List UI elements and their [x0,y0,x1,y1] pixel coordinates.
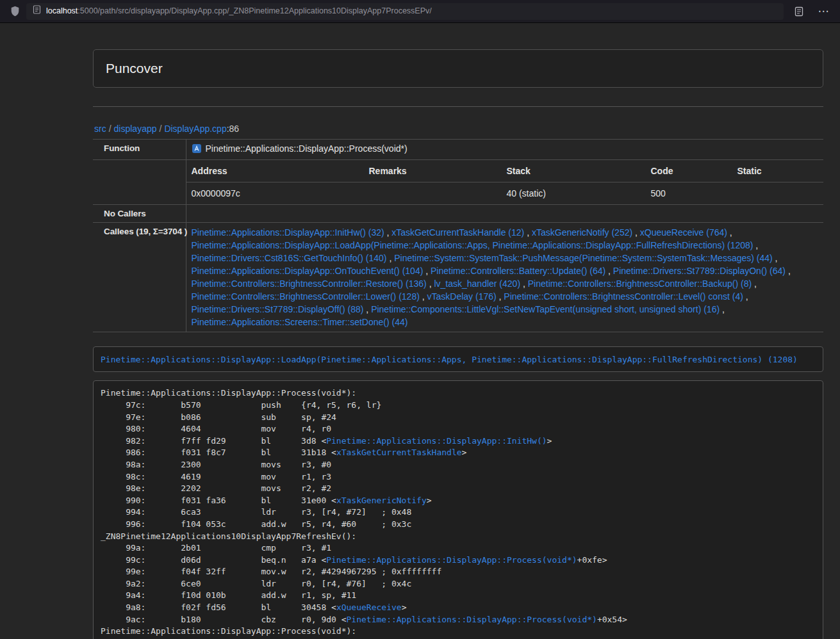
browser-toolbar: localhost:5000/path/src/displayapp/Displ… [0,0,840,23]
code-symbol-link[interactable]: xTaskGetCurrentTaskHandle [336,448,462,457]
page-icon [33,4,41,17]
breadcrumb-line-number: :86 [227,124,239,134]
code-value: 500 [646,182,732,205]
column-header-static: Static [732,160,824,182]
function-table: Function Pinetime::Applications::Display… [93,139,823,332]
method-icon [192,143,202,157]
function-row: Function Pinetime::Applications::Display… [93,140,823,160]
callee-link[interactable]: xQueueReceive (764) [640,227,727,238]
callee-link[interactable]: Pinetime::Controllers::BrightnessControl… [192,279,427,289]
remarks-value [364,182,502,205]
callee-link[interactable]: Pinetime::Applications::DisplayApp::Init… [192,227,384,238]
page-content: Puncover src/displayapp/DisplayApp.cpp:8… [93,49,823,639]
callee-link[interactable]: Pinetime::Controllers::BrightnessControl… [504,291,743,302]
callee-link[interactable]: Pinetime::Applications::Screens::Timer::… [192,317,408,327]
breadcrumb-link-displayapp[interactable]: displayapp [114,124,157,134]
callee-link[interactable]: xTaskGenericNotify (252) [532,227,632,238]
static-value [732,182,824,205]
symbol-panel: Pinetime::Applications::DisplayApp::Load… [93,346,823,372]
breadcrumb-link-src[interactable]: src [94,124,106,134]
divider [93,106,823,107]
reader-view-icon[interactable] [790,3,808,20]
tracking-protection-shield-icon[interactable] [10,6,20,17]
breadcrumb-separator: / [160,124,162,134]
callee-link[interactable]: Pinetime::Drivers::St7789::DisplayOff() … [192,304,364,314]
no-callers-row: No Callers [93,205,823,223]
url-host: localhost [46,6,78,15]
disassembly: Pinetime::Applications::DisplayApp::Proc… [93,380,823,639]
column-header-code: Code [646,160,732,182]
callee-link[interactable]: Pinetime::Drivers::St7789::DisplayOn() (… [613,266,786,276]
app-header: Puncover [93,49,823,88]
url-bar[interactable]: localhost:5000/path/src/displayapp/Displ… [26,3,784,20]
symbol-link[interactable]: Pinetime::Applications::DisplayApp::Load… [101,355,798,364]
function-row-label: Function [93,140,186,160]
callee-link[interactable]: Pinetime::Applications::DisplayApp::OnTo… [192,266,424,276]
column-header-remarks: Remarks [364,160,502,182]
breadcrumb: src/displayapp/DisplayApp.cpp:86 [94,122,823,135]
overflow-menu-icon[interactable]: ⋯ [814,3,832,20]
url-path: :5000/path/src/displayapp/DisplayApp.cpp… [78,6,431,15]
callees-list: Pinetime::Applications::DisplayApp::Init… [186,223,823,332]
stats-row: Address Remarks Stack Code Static 0x0000… [93,160,823,205]
callee-link[interactable]: xTaskGetCurrentTaskHandle (12) [391,227,524,238]
table-row: 0x0000097c 40 (static) 500 [186,182,824,205]
callee-link[interactable]: vTaskDelay (176) [427,291,497,302]
address-value: 0x0000097c [186,182,364,205]
stack-value: 40 (static) [502,182,646,205]
callee-link[interactable]: Pinetime::Controllers::BrightnessControl… [192,291,420,302]
breadcrumb-link-file[interactable]: DisplayApp.cpp [164,124,226,134]
code-symbol-link[interactable]: xTaskGenericNotify [336,496,427,505]
code-symbol-link[interactable]: Pinetime::Applications::DisplayApp::Proc… [347,615,597,624]
code-symbol-link[interactable]: Pinetime::Applications::DisplayApp::Init… [326,436,547,446]
function-name: Pinetime::Applications::DisplayApp::Proc… [206,143,408,154]
callees-row: Callees (19, Σ=3704 ) Pinetime::Applicat… [93,223,823,332]
no-callers-label: No Callers [93,205,186,223]
callee-link[interactable]: Pinetime::Controllers::BrightnessControl… [528,279,752,289]
callee-link[interactable]: Pinetime::Drivers::Cst816S::GetTouchInfo… [192,253,387,263]
callee-link[interactable]: lv_task_handler (420) [434,279,520,289]
url-text: localhost:5000/path/src/displayapp/Displ… [46,6,432,17]
breadcrumb-separator: / [109,124,111,134]
callee-link[interactable]: Pinetime::Applications::DisplayApp::Load… [192,240,754,250]
code-symbol-link[interactable]: xQueueReceive [336,603,402,612]
page-title: Puncover [106,61,163,76]
callee-link[interactable]: Pinetime::System::SystemTask::PushMessag… [394,253,773,263]
callee-link[interactable]: Pinetime::Components::LittleVgl::SetNewT… [371,304,720,314]
callee-link[interactable]: Pinetime::Controllers::Battery::Update()… [431,266,605,276]
column-header-address: Address [186,160,364,182]
callees-label: Callees (19, Σ=3704 ) [93,223,186,332]
column-header-stack: Stack [502,160,646,182]
stats-table: Address Remarks Stack Code Static 0x0000… [186,160,824,204]
code-symbol-link[interactable]: Pinetime::Applications::DisplayApp::Proc… [326,555,577,565]
